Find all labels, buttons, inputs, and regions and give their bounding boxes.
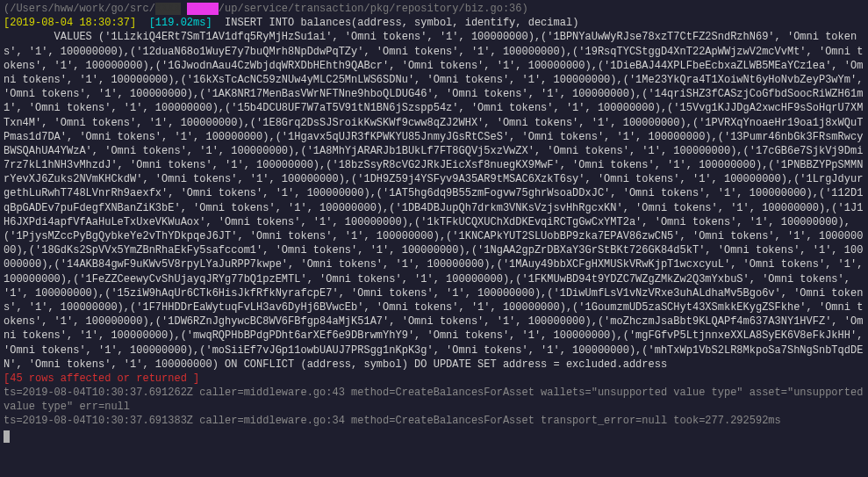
sql-insert: INSERT INTO balances(address, symbol, id… — [225, 17, 578, 29]
sql-values: VALUES ('1LizkiQ4ERt7SmT1AV1dfq5RyMjHzSu… — [4, 31, 868, 370]
cursor — [4, 430, 10, 443]
log-line-2: ts=2019-08-04T10:30:37.691383Z caller=mi… — [4, 415, 781, 427]
log-line-1: ts=2019-08-04T10:30:37.691262Z caller=mi… — [4, 387, 868, 413]
redacted-segment: XXXXX — [187, 3, 219, 15]
duration: [119.02ms] — [149, 17, 212, 29]
timestamp: [2019-08-04 18:30:37] — [4, 17, 136, 29]
terminal-output: (/Users/hww/work/go/src/XXXX XXXXX/up/se… — [4, 2, 864, 443]
rows-affected: [45 rows affected or returned ] — [4, 372, 199, 385]
source-path: (/Users/hww/work/go/src/XXXX XXXXX/up/se… — [4, 3, 528, 15]
redacted-segment: XXXX — [155, 3, 181, 15]
